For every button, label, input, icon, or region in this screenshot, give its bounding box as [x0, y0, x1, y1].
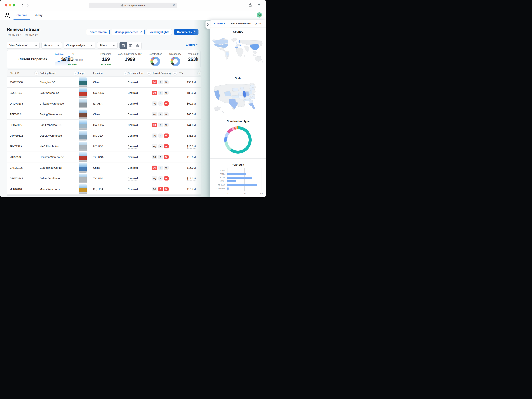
cell-location: CA, USA: [91, 120, 125, 130]
bar-row-2020s: 2020s: [210, 169, 266, 172]
cell-hazard-summary: EQFW: [149, 98, 175, 109]
table-row-MIA82816[interactable]: MIA82816Miami WarehouseFL, USACentroidEQ…: [7, 184, 201, 194]
cell-image[interactable]: [76, 173, 91, 184]
map-view-toggle[interactable]: [134, 42, 141, 49]
column-header-client-id[interactable]: Client ID: [7, 70, 37, 77]
view-data-as-of-dropdown[interactable]: View Data as of...: [7, 42, 40, 49]
user-avatar[interactable]: AA: [257, 12, 262, 18]
share-stream-button[interactable]: Share stream: [87, 29, 110, 35]
nav-tab-streams[interactable]: Streams: [16, 11, 27, 19]
geo-code-value: Centroid: [128, 156, 138, 159]
zoom-window-button[interactable]: [13, 4, 15, 6]
nav-tab-library[interactable]: Library: [34, 11, 42, 19]
table-row-CAN39106[interactable]: CAN39106Guangzhou CenterChinaCentroidEQF…: [7, 162, 201, 173]
cell-image[interactable]: [76, 184, 91, 194]
minimize-window-button[interactable]: [9, 4, 11, 6]
cell-image[interactable]: [76, 162, 91, 173]
panel-tab-qual[interactable]: QUAL: [255, 20, 262, 27]
column-header-location[interactable]: Location: [91, 70, 125, 77]
column-header-hazard-summary[interactable]: Hazard Summary: [149, 70, 175, 77]
table-row-JFK72513[interactable]: JFK72513NYC DistributionNY, USACentroidE…: [7, 141, 201, 152]
cell-image[interactable]: [76, 98, 91, 109]
cell-building-name: Detroit Warehouse: [37, 130, 76, 141]
reload-icon[interactable]: ⟳: [173, 3, 175, 7]
column-resize-handle[interactable]: ◂▸: [197, 71, 202, 75]
cell-image[interactable]: [76, 77, 91, 87]
share-page-button[interactable]: [248, 3, 252, 7]
cell-geo-code: Centroid: [125, 130, 149, 141]
archipelago-logo[interactable]: [5, 12, 10, 18]
column-resize-handle[interactable]: ◂▸: [173, 71, 177, 75]
cell-image[interactable]: [76, 152, 91, 162]
bar-2000s: [227, 177, 252, 179]
metric-value: 169: [100, 56, 111, 62]
cell-building-name: Beijing Warehouse: [37, 109, 76, 120]
browser-back-button[interactable]: [20, 3, 24, 7]
export-button[interactable]: Export: [186, 43, 198, 46]
cell-tiv: $12.1M: [175, 173, 201, 184]
cell-geo-code: Centroid: [125, 141, 149, 152]
cell-image[interactable]: [76, 141, 91, 152]
address-bar[interactable]: onarchipelago.com ⟳: [89, 3, 177, 8]
cell-client-id: PEK30624: [7, 109, 37, 120]
hazard-badge-f: F: [158, 166, 163, 170]
column-label: Image: [78, 72, 85, 75]
column-view-toggle[interactable]: [127, 42, 134, 49]
hazard-badge-f: F: [158, 101, 163, 106]
cell-location: IL, USA: [91, 98, 125, 109]
browser-forward-button[interactable]: [26, 3, 30, 7]
cell-building-name: Chicago Warehouse: [37, 98, 76, 109]
metric-label: Properties: [100, 53, 111, 55]
column-resize-handle[interactable]: ◂▸: [147, 71, 151, 75]
collapse-panel-button[interactable]: [205, 21, 210, 29]
hazard-badge-eq: EQ: [152, 176, 157, 181]
new-tab-button[interactable]: +: [258, 2, 260, 7]
table-row-LAX57849[interactable]: LAX57849LAX WarehouseCA, USACentroidEQFW…: [7, 87, 201, 98]
cell-image[interactable]: [76, 130, 91, 141]
table-row-SFO48027[interactable]: SFO48027San Francisco DCCA, USACentroidE…: [7, 120, 201, 130]
cell-building-name: LAX Warehouse: [37, 87, 76, 98]
tiv-value: $62.3M: [187, 102, 196, 106]
close-window-button[interactable]: [5, 4, 7, 6]
cell-tiv: $62.3M: [175, 98, 201, 109]
cell-image[interactable]: [76, 120, 91, 130]
panel-tabs: STANDARDRECOMMENDEDQUAL: [210, 20, 266, 27]
filters-dropdown[interactable]: Filters: [97, 42, 118, 49]
bar-2010s: [227, 173, 246, 175]
table-row-IAH93102[interactable]: IAH93102Houston WarehouseTX, USACentroid…: [7, 152, 201, 162]
table-row-ORD70238[interactable]: ORD70238Chicago WarehouseIL, USACentroid…: [7, 98, 201, 109]
cell-hazard-summary: EQFW: [149, 152, 175, 162]
table-row-PVG24980[interactable]: PVG24980Shanghai DCChinaCentroidEQFW$98.…: [7, 77, 201, 87]
cell-image[interactable]: [76, 87, 91, 98]
documents-button[interactable]: Documents: [174, 29, 198, 35]
cell-building-name: NYC Distribution: [37, 141, 76, 152]
bar-row-unknown: Unknown: [210, 187, 266, 190]
table-view-toggle[interactable]: [120, 42, 127, 49]
state-section-title: State: [210, 77, 266, 80]
cell-tiv: $25.2M: [175, 141, 201, 152]
panel-tab-standard[interactable]: STANDARD: [213, 20, 227, 27]
column-resize-handle[interactable]: ◂▸: [34, 71, 38, 75]
button-label: Manage properties: [114, 31, 138, 34]
change-analysis-dropdown[interactable]: Change analysis: [64, 42, 95, 49]
geo-code-value: Centroid: [128, 166, 138, 169]
column-header-geo-code-level[interactable]: Geo-code level: [125, 70, 149, 77]
table-row-DTW89516[interactable]: DTW89516Detroit WarehouseMI, USACentroid…: [7, 130, 201, 141]
cell-tiv: $80.6M: [175, 87, 201, 98]
tiv-value: $12.1M: [187, 177, 196, 181]
tiv-value: $10.7M: [187, 188, 196, 191]
column-header-building-name[interactable]: Building Name: [37, 70, 76, 77]
column-resize-handle[interactable]: ◂▸: [124, 71, 128, 75]
hazard-badge-f: F: [158, 91, 163, 95]
groups-dropdown[interactable]: Groups: [42, 42, 62, 49]
section-country: Country: [210, 27, 266, 74]
panel-tab-recommended[interactable]: RECOMMENDED: [231, 20, 251, 27]
table-row-DFW63247[interactable]: DFW63247Dallas DistributionTX, USACentro…: [7, 173, 201, 184]
building-photo: [79, 174, 87, 183]
column-resize-handle[interactable]: ◂▸: [74, 71, 78, 75]
table-row-PEK30624[interactable]: PEK30624Beijing WarehouseChinaCentroidEQ…: [7, 109, 201, 120]
url-text: onarchipelago.com: [125, 4, 145, 7]
view-highlights-button[interactable]: View highlights: [147, 29, 172, 35]
cell-image[interactable]: [76, 109, 91, 120]
manage-properties-button[interactable]: Manage properties: [112, 29, 145, 35]
